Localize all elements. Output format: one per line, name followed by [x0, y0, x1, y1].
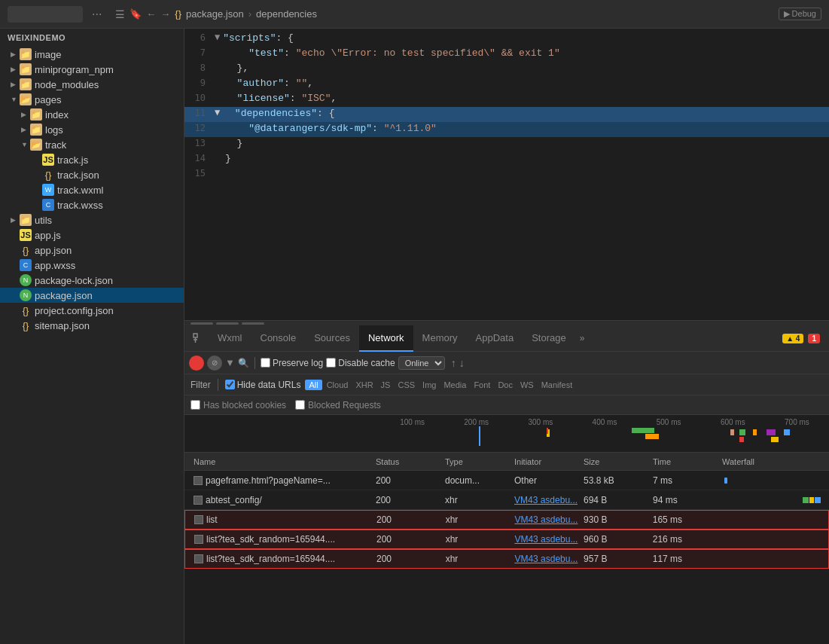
cell-time: 7 ms [653, 475, 722, 486]
filter-ws[interactable]: WS [517, 380, 537, 390]
filter-icon[interactable]: ▼ [225, 357, 235, 368]
sidebar-item-package-lock-json[interactable]: N package-lock.json [0, 273, 184, 288]
sidebar-item-logs[interactable]: ▶ 📁 logs [0, 122, 184, 137]
tab-wxml[interactable]: Wxml [209, 325, 251, 352]
menu-dots[interactable]: ··· [92, 8, 102, 21]
sidebar-item-image[interactable]: ▶ 📁 image [0, 47, 184, 62]
sidebar-item-index[interactable]: ▶ 📁 index [0, 107, 184, 122]
code-line-14: 14 } [184, 152, 829, 167]
line-number: 6 [184, 32, 215, 43]
sidebar-item-miniprogram-npm[interactable]: ▶ 📁 miniprogram_npm [0, 62, 184, 77]
sidebar-item-label: miniprogram_npm [35, 64, 114, 75]
filter-font[interactable]: Font [471, 380, 493, 390]
hide-data-urls-checkbox[interactable]: Hide data URLs [225, 380, 301, 390]
wf-seg [803, 497, 809, 503]
wxml-icon: W [42, 184, 54, 196]
nav-hamburger-icon[interactable]: ☰ [115, 8, 125, 20]
table-row[interactable]: pageframe.html?pageName=... 200 docum...… [184, 471, 829, 490]
table-row[interactable]: list?tea_sdk_random=165944.... 200 xhr V… [184, 530, 829, 549]
row-name-text: list?tea_sdk_random=165944.... [206, 554, 335, 564]
sidebar-item-package-json[interactable]: N package.json [0, 288, 184, 303]
sidebar-item-track-js[interactable]: JS track.js [0, 152, 184, 167]
filter-js[interactable]: JS [378, 380, 394, 390]
filter-css[interactable]: CSS [395, 380, 418, 390]
stop-button[interactable]: ⊘ [207, 356, 222, 371]
filter-xhr[interactable]: XHR [352, 380, 376, 390]
bookmark-icon[interactable]: 🔖 [130, 8, 142, 20]
filter-img[interactable]: Img [419, 380, 439, 390]
tab-console[interactable]: Console [251, 325, 306, 352]
blocked-requests-checkbox[interactable]: Blocked Requests [295, 400, 381, 411]
back-button[interactable]: ← [146, 8, 156, 20]
tab-more-button[interactable]: » [575, 333, 590, 343]
table-row[interactable]: list?tea_sdk_random=165944.... 200 xhr V… [184, 549, 829, 569]
sidebar-item-app-js[interactable]: JS app.js [0, 227, 184, 243]
nav-controls: ☰ 🔖 ← → {} package.json › dependencies [115, 8, 317, 20]
arrow-icon: ▶ [21, 111, 29, 118]
tab-storage[interactable]: Storage [523, 325, 575, 352]
code-content: "author": "", [225, 77, 829, 89]
preserve-log-input[interactable] [261, 358, 270, 368]
code-content: "test": "echo \"Error: no test specified… [225, 47, 829, 59]
filter-media[interactable]: Media [440, 380, 469, 390]
disable-cache-input[interactable] [326, 358, 336, 368]
preserve-log-checkbox[interactable]: Preserve log [261, 358, 323, 368]
table-row[interactable]: list 200 xhr VM43 asdebu... 930 B 165 ms [184, 510, 829, 530]
sidebar-item-track[interactable]: ▼ 📂 track [0, 137, 184, 152]
filter-doc[interactable]: Doc [495, 380, 516, 390]
folder-icon: 📁 [20, 78, 32, 90]
col-waterfall: Waterfall [722, 457, 826, 466]
fold-arrow[interactable]: ▼ [215, 32, 220, 42]
sidebar-item-project-config-json[interactable]: {} project.config.json [0, 303, 184, 318]
record-button[interactable] [189, 356, 204, 371]
sidebar-item-sitemap-json[interactable]: {} sitemap.json [0, 318, 184, 333]
json-icon: {} [20, 244, 32, 256]
forward-button[interactable]: → [160, 8, 170, 20]
code-content: } [225, 137, 829, 149]
tab-memory[interactable]: Memory [413, 325, 467, 352]
tl-bar-green [632, 428, 654, 433]
sidebar-item-node-modules[interactable]: ▶ 📁 node_modules [0, 77, 184, 92]
sidebar-item-app-wxss[interactable]: C app.wxss [0, 258, 184, 273]
filter-cloud[interactable]: Cloud [324, 380, 352, 390]
blocked-requests-input[interactable] [295, 400, 305, 410]
sidebar-item-pages[interactable]: ▼ 📂 pages [0, 92, 184, 107]
table-row[interactable]: abtest_config/ 200 xhr VM43 asdebu... 69… [184, 490, 829, 510]
filter-type-buttons: All Cloud XHR JS CSS Img Media Font Doc … [305, 380, 575, 390]
row-name-text: pageframe.html?pageName=... [206, 475, 331, 486]
hide-data-urls-input[interactable] [225, 380, 235, 389]
tab-network[interactable]: Network [359, 325, 413, 352]
search-icon[interactable]: 🔍 [238, 358, 249, 368]
online-select[interactable]: Online [398, 356, 445, 370]
tl-700ms: 700 ms [765, 418, 829, 426]
tab-appdata[interactable]: AppData [467, 325, 523, 352]
sidebar-item-utils[interactable]: ▶ 📁 utils [0, 212, 184, 227]
col-type: Type [445, 457, 514, 466]
inspect-icon-button[interactable] [187, 328, 209, 349]
debug-button[interactable]: ▶ Debug [779, 8, 821, 20]
sidebar-item-label: pages [35, 94, 61, 105]
tl-600ms: 600 ms [701, 418, 765, 426]
network-table: Name Status Type Initiator Size Time Wat… [184, 453, 829, 644]
has-blocked-cookies-checkbox[interactable]: Has blocked cookies [190, 400, 286, 411]
tab-label: Wxml [218, 332, 242, 343]
preserve-log-label: Preserve log [273, 358, 323, 368]
cell-time: 165 ms [653, 514, 722, 525]
cell-status: 200 [376, 495, 445, 505]
row-icon [194, 496, 203, 505]
disable-cache-checkbox[interactable]: Disable cache [326, 358, 395, 368]
fold-arrow[interactable]: ▼ [215, 107, 220, 118]
tab-sources[interactable]: Sources [305, 325, 359, 352]
has-blocked-cookies-input[interactable] [190, 400, 200, 410]
file-icon: {} [175, 8, 181, 20]
sidebar-item-track-wxss[interactable]: C track.wxss [0, 197, 184, 212]
filter-manifest[interactable]: Manifest [538, 380, 576, 390]
sidebar-item-track-json[interactable]: {} track.json [0, 167, 184, 182]
devtools-panel: Wxml Console Sources Network Memory AppD… [184, 320, 829, 644]
cell-name: pageframe.html?pageName=... [187, 475, 376, 486]
filter-all[interactable]: All [305, 380, 322, 390]
sidebar-item-track-wxml[interactable]: W track.wxml [0, 182, 184, 197]
sidebar-item-app-json[interactable]: {} app.json [0, 243, 184, 258]
devtools-tabs-row: Wxml Console Sources Network Memory AppD… [184, 325, 829, 352]
cell-waterfall [722, 475, 826, 487]
